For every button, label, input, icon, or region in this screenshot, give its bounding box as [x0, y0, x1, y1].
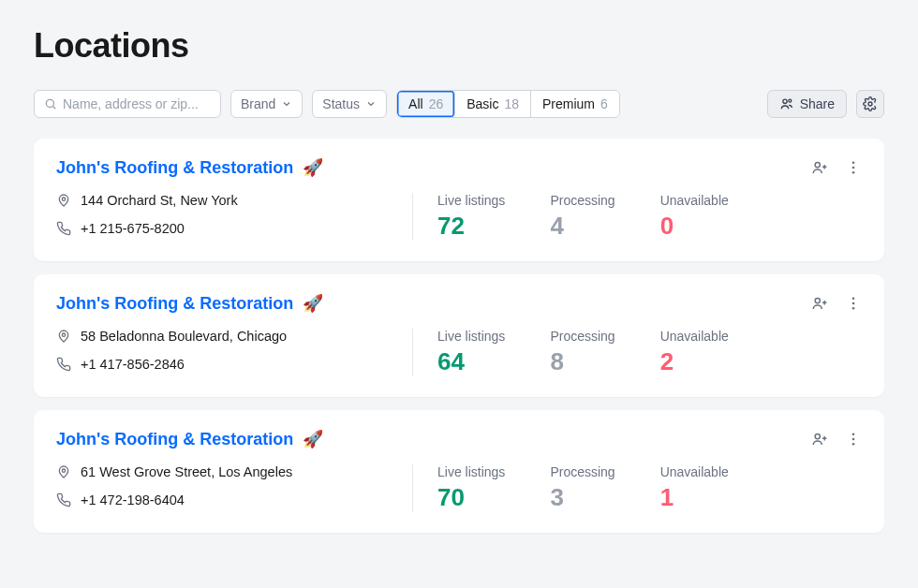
- location-address: 58 Beladonna Boulevard, Chicago: [81, 329, 287, 344]
- location-pin-icon: [56, 329, 71, 344]
- svg-point-12: [815, 298, 820, 302]
- add-user-button[interactable]: [811, 159, 828, 176]
- status-filter[interactable]: Status: [312, 90, 387, 118]
- more-menu-button[interactable]: [845, 159, 862, 176]
- svg-point-8: [852, 161, 855, 164]
- stat-value-processing: 4: [550, 212, 614, 241]
- stat-label-unavailable: Unavailable: [660, 329, 729, 344]
- tab-count: 18: [504, 96, 519, 111]
- location-card: John's Roofing & Restoration 🚀 58 Belado…: [34, 274, 884, 397]
- tab-premium[interactable]: Premium 6: [531, 91, 619, 117]
- brand-filter[interactable]: Brand: [230, 90, 303, 118]
- svg-point-15: [852, 297, 855, 300]
- location-pin-icon: [56, 464, 71, 479]
- svg-point-18: [62, 333, 65, 336]
- stat-value-unavailable: 1: [660, 483, 729, 512]
- tab-label: Premium: [542, 96, 595, 111]
- svg-point-4: [868, 102, 872, 106]
- location-name-link[interactable]: John's Roofing & Restoration: [56, 158, 293, 178]
- stat-value-live: 72: [437, 212, 505, 241]
- phone-icon: [56, 221, 71, 236]
- stat-label-live: Live listings: [437, 329, 505, 344]
- toolbar: Brand Status All 26 Basic 18 Premium 6: [34, 90, 884, 118]
- more-menu-button[interactable]: [845, 431, 862, 448]
- svg-point-17: [852, 307, 855, 310]
- svg-point-9: [852, 167, 855, 169]
- status-label: Status: [322, 96, 360, 111]
- svg-point-25: [62, 469, 65, 472]
- svg-point-3: [789, 99, 792, 102]
- phone-icon: [56, 492, 71, 507]
- svg-point-5: [815, 162, 820, 167]
- search-input-wrapper[interactable]: [34, 90, 221, 118]
- svg-point-2: [783, 99, 787, 103]
- stat-label-live: Live listings: [437, 464, 505, 479]
- svg-point-22: [852, 433, 855, 435]
- svg-point-24: [852, 443, 855, 446]
- svg-line-1: [52, 106, 55, 109]
- location-phone: +1 472-198-6404: [81, 492, 185, 507]
- share-button[interactable]: Share: [767, 90, 847, 118]
- phone-icon: [56, 357, 71, 372]
- divider: [412, 329, 413, 376]
- tab-group: All 26 Basic 18 Premium 6: [396, 90, 620, 118]
- add-user-button[interactable]: [811, 295, 828, 312]
- stat-label-processing: Processing: [550, 193, 614, 208]
- stat-value-live: 64: [437, 347, 505, 376]
- add-user-button[interactable]: [811, 431, 828, 448]
- stat-value-processing: 8: [550, 347, 614, 376]
- stat-value-live: 70: [437, 483, 505, 512]
- tab-label: All: [408, 96, 423, 111]
- svg-point-10: [852, 171, 855, 174]
- share-group-icon: [779, 96, 794, 111]
- stat-label-processing: Processing: [550, 464, 614, 479]
- stat-label-live: Live listings: [437, 193, 505, 208]
- rocket-icon: 🚀: [303, 293, 323, 314]
- stat-label-unavailable: Unavailable: [660, 193, 729, 208]
- svg-point-16: [852, 302, 855, 305]
- location-name-link[interactable]: John's Roofing & Restoration: [56, 430, 293, 449]
- tab-all[interactable]: All 26: [397, 91, 455, 117]
- tab-count: 6: [600, 96, 608, 111]
- more-menu-button[interactable]: [845, 295, 862, 312]
- location-pin-icon: [56, 193, 71, 208]
- stat-value-unavailable: 2: [660, 347, 729, 376]
- svg-point-11: [62, 198, 65, 200]
- location-card: John's Roofing & Restoration 🚀 144 Orcha…: [34, 139, 884, 261]
- svg-point-0: [46, 99, 53, 107]
- stat-label-unavailable: Unavailable: [660, 464, 729, 479]
- location-card: John's Roofing & Restoration 🚀 61 West G…: [34, 410, 884, 533]
- stat-label-processing: Processing: [550, 329, 614, 344]
- svg-point-23: [852, 438, 855, 441]
- tab-count: 26: [429, 96, 444, 111]
- tab-label: Basic: [466, 96, 498, 111]
- search-input[interactable]: [63, 96, 211, 111]
- divider: [412, 464, 413, 512]
- location-address: 144 Orchard St, New York: [81, 193, 238, 208]
- tab-basic[interactable]: Basic 18: [455, 91, 531, 117]
- brand-label: Brand: [241, 96, 275, 111]
- location-name-link[interactable]: John's Roofing & Restoration: [56, 294, 293, 314]
- settings-button[interactable]: [856, 90, 884, 118]
- chevron-down-icon: [365, 98, 377, 110]
- stat-value-processing: 3: [550, 483, 614, 512]
- rocket-icon: 🚀: [303, 429, 323, 449]
- rocket-icon: 🚀: [303, 157, 323, 178]
- gear-icon: [863, 96, 878, 111]
- share-label: Share: [800, 96, 835, 111]
- page-title: Locations: [34, 26, 884, 66]
- search-icon: [44, 97, 57, 110]
- stat-value-unavailable: 0: [660, 212, 729, 241]
- divider: [412, 193, 413, 241]
- location-phone: +1 417-856-2846: [81, 357, 185, 372]
- location-address: 61 West Grove Street, Los Angeles: [81, 464, 292, 479]
- chevron-down-icon: [281, 98, 292, 110]
- svg-point-19: [815, 434, 820, 438]
- location-phone: +1 215-675-8200: [81, 221, 185, 236]
